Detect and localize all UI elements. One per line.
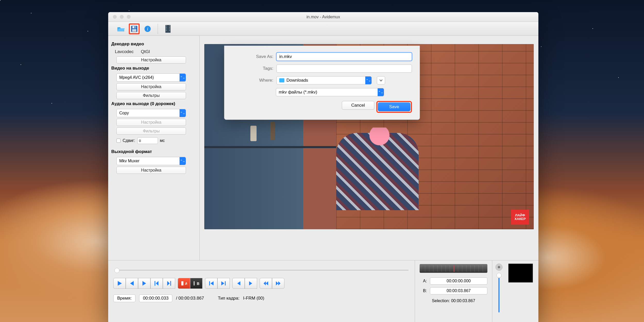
prev-black-frame-button[interactable] <box>260 278 272 289</box>
svg-rect-13 <box>169 29 170 29</box>
time-current[interactable]: 00:00:00.033 <box>139 294 172 302</box>
output-format-settings-button[interactable]: Настройка <box>116 167 186 174</box>
selection-label: Selection: <box>432 299 450 303</box>
frame-type-value: I-FRM (00) <box>243 296 264 301</box>
arrow-right-icon <box>141 281 147 286</box>
prev-frame-button[interactable] <box>126 278 138 289</box>
sidebar: Декодер видео Lavcodec QtGl Настройка Ви… <box>108 36 200 260</box>
next-frame-button[interactable] <box>138 278 150 289</box>
svg-marker-35 <box>278 281 281 285</box>
video-decoder-settings-button[interactable]: Настройка <box>116 56 186 64</box>
video-output-settings-button[interactable]: Настройка <box>116 83 186 90</box>
goto-end-button[interactable] <box>217 278 230 289</box>
prev-cut-icon <box>236 281 241 286</box>
audio-shift-row: Сдвиг: мс <box>116 137 196 144</box>
where-label: Where: <box>232 78 273 83</box>
marker-b-value: 00:00:03.867 <box>430 287 487 294</box>
film-strip-icon <box>165 25 171 33</box>
svg-rect-24 <box>194 281 194 285</box>
audio-output-filters-button: Фильтры <box>116 128 186 135</box>
codec-lavcodec: Lavcodec <box>115 49 134 54</box>
time-total: / 00:00:03.867 <box>176 296 204 301</box>
save-button[interactable]: Save <box>378 103 410 111</box>
chevron-down-icon <box>379 79 383 82</box>
marker-b-label: B: <box>420 289 427 293</box>
goto-start-icon <box>208 281 214 286</box>
where-dropdown[interactable]: Downloads ⌃⌄ <box>276 76 372 84</box>
volume-thumbnail-panel <box>492 260 538 322</box>
open-file-button[interactable] <box>115 23 126 34</box>
output-format-heading: Выходной формат <box>111 149 196 154</box>
video-codec-dropdown[interactable]: Mpeg4 AVC (x264) ⌃⌄ <box>116 73 186 82</box>
save-file-button[interactable] <box>129 23 140 34</box>
svg-rect-22 <box>181 281 183 285</box>
window-title: in.mov - Avidemux <box>108 15 538 19</box>
muxer-dropdown[interactable]: Mkv Muxer ⌃⌄ <box>116 157 186 165</box>
play-icon <box>117 281 122 286</box>
svg-rect-26 <box>209 281 210 285</box>
filetype-dropdown[interactable]: mkv файлы (*.mkv) ⌃⌄ <box>276 88 384 96</box>
audio-shift-input[interactable] <box>137 137 158 144</box>
next-keyframe-button[interactable] <box>163 278 175 289</box>
svg-marker-18 <box>156 281 158 286</box>
video-output-filters-button[interactable]: Фильтры <box>116 92 186 99</box>
fast-forward-icon <box>275 281 281 286</box>
svg-marker-32 <box>266 281 268 285</box>
save-as-label: Save As: <box>232 54 273 59</box>
speaker-icon[interactable] <box>495 264 503 271</box>
play-button[interactable] <box>113 278 126 289</box>
toolbar-divider <box>158 24 158 34</box>
video-bg-shelf <box>204 146 336 148</box>
svg-rect-19 <box>155 281 155 286</box>
info-button[interactable]: i <box>142 23 153 34</box>
timeline-thumb[interactable] <box>114 268 120 273</box>
skip-back-icon <box>154 281 159 286</box>
audio-output-heading: Аудио на выходе (0 дорожек) <box>111 101 196 106</box>
goto-marker-a-button[interactable] <box>232 278 245 289</box>
frame-type-label: Тип кадра: <box>218 296 240 301</box>
video-person-hand <box>369 128 390 153</box>
playback-controls-area: A B Время: 00:00:00.033 / 00:00:03.867 Т… <box>108 260 415 322</box>
time-row: Время: 00:00:00.033 / 00:00:03.867 Тип к… <box>113 294 410 302</box>
svg-marker-28 <box>221 281 224 285</box>
goto-marker-b-button[interactable] <box>245 278 257 289</box>
dropdown-arrows-icon: ⌃⌄ <box>180 74 186 81</box>
volume-slider[interactable] <box>498 274 499 312</box>
svg-text:A: A <box>185 282 187 286</box>
prev-keyframe-button[interactable] <box>150 278 163 289</box>
titlebar: in.mov - Avidemux <box>108 12 538 22</box>
svg-marker-20 <box>167 281 170 286</box>
timeline-track <box>114 270 409 271</box>
tags-input[interactable] <box>276 64 412 73</box>
film-strip-button[interactable] <box>163 23 173 34</box>
svg-rect-3 <box>134 26 135 28</box>
timeline-slider[interactable] <box>114 267 409 273</box>
svg-rect-7 <box>166 26 167 26</box>
jog-wheel[interactable] <box>420 264 487 273</box>
save-as-input[interactable] <box>276 53 412 61</box>
svg-marker-16 <box>130 281 134 286</box>
expand-dialog-button[interactable] <box>377 76 385 84</box>
playback-buttons: A B <box>113 278 410 289</box>
marker-a-label: A: <box>420 279 427 283</box>
rewind-icon <box>263 281 269 286</box>
video-bg-jar <box>250 126 257 141</box>
save-dialog: Save As: Tags: Where: Downloads ⌃⌄ mkv ф… <box>224 46 420 120</box>
set-marker-b-button[interactable]: B <box>190 278 202 289</box>
set-marker-a-button[interactable]: A <box>178 278 190 289</box>
svg-rect-2 <box>132 29 136 32</box>
svg-marker-34 <box>276 281 278 285</box>
volume-thumb[interactable] <box>496 273 502 278</box>
thumbnail-preview <box>508 264 533 283</box>
audio-shift-unit: мс <box>160 138 165 143</box>
audio-mode-dropdown[interactable]: Copy ⌃⌄ <box>116 109 186 117</box>
svg-rect-8 <box>166 27 167 28</box>
cancel-button[interactable]: Cancel <box>342 101 374 110</box>
audio-shift-checkbox[interactable] <box>116 139 121 143</box>
video-output-heading: Видео на выходе <box>111 66 196 71</box>
main-window: in.mov - Avidemux i Декодер видео Lavcod… <box>108 12 538 322</box>
folder-icon <box>279 78 284 82</box>
next-black-frame-button[interactable] <box>272 278 284 289</box>
goto-start-button[interactable] <box>205 278 217 289</box>
dropdown-arrows-icon: ⌃⌄ <box>378 88 384 96</box>
